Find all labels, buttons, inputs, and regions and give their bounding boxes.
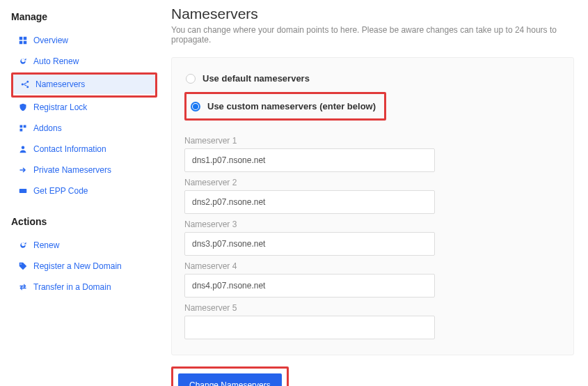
sidebar-item-renew[interactable]: Renew [11,236,157,255]
svg-rect-2 [19,41,23,45]
overview-icon [18,36,28,45]
shield-icon [18,102,28,112]
svg-rect-1 [24,37,27,40]
addon-icon [18,123,28,133]
sidebar: Manage Overview Auto Renew Nameservers R… [11,6,157,386]
arrow-right-icon [18,165,28,175]
sidebar-item-label: Get EPP Code [33,186,88,196]
sidebar-item-private-ns[interactable]: Private Nameservers [11,160,157,180]
sidebar-item-label: Register a New Domain [33,261,122,271]
tag-icon [18,261,28,271]
submit-row: Change Nameservers [171,366,574,386]
nameserver-panel: Use default nameservers Use custom names… [171,57,574,355]
radio-default-nameservers[interactable]: Use default nameservers [184,69,561,88]
ns4-label: Nameserver 4 [184,261,561,271]
sidebar-item-nameservers[interactable]: Nameservers [13,75,155,94]
ns5-input[interactable] [184,316,435,339]
svg-rect-0 [19,37,23,40]
sidebar-item-addons[interactable]: Addons [11,118,157,138]
sidebar-item-label: Addons [33,123,62,133]
sidebar-item-transfer-domain[interactable]: Transfer in a Domain [11,277,157,297]
sidebar-item-auto-renew[interactable]: Auto Renew [11,52,157,71]
ns1-label: Nameserver 1 [184,136,561,146]
main-content: Nameservers You can change where your do… [157,6,588,386]
sidebar-item-label: Nameservers [35,79,85,89]
svg-point-7 [22,146,25,150]
highlight-box-nameservers: Nameservers [11,72,157,98]
svg-point-9 [20,263,22,265]
highlight-box-submit: Change Nameservers [171,366,289,386]
share-icon [20,79,30,89]
sidebar-item-register-domain[interactable]: Register a New Domain [11,256,157,276]
user-icon [18,144,28,154]
sidebar-item-label: Transfer in a Domain [33,282,111,292]
sidebar-item-label: Renew [33,240,59,250]
transfer-icon [18,282,28,292]
sidebar-item-label: Overview [33,36,68,45]
ns2-label: Nameserver 2 [184,178,561,187]
highlight-box-custom-ns: Use custom nameservers (enter below) [184,92,386,121]
ns3-label: Nameserver 3 [184,219,561,229]
sidebar-item-epp-code[interactable]: Get EPP Code [11,181,157,201]
ticket-icon [18,186,28,196]
ns1-input[interactable] [184,148,435,172]
radio-custom-nameservers[interactable]: Use custom nameservers (enter below) [189,97,377,116]
radio-checked-icon [191,102,200,111]
refresh-icon [18,56,28,66]
radio-circle-icon [186,74,196,84]
change-nameservers-button[interactable]: Change Nameservers [178,373,282,386]
sidebar-section-manage: Manage [11,11,157,22]
radio-label: Use custom nameservers (enter below) [207,101,376,111]
nameserver-fields: Nameserver 1 Nameserver 2 Nameserver 3 N… [184,136,561,339]
page-title: Nameservers [171,6,574,22]
ns3-input[interactable] [184,232,435,256]
radio-label: Use default nameservers [202,73,310,84]
sidebar-item-contact-info[interactable]: Contact Information [11,139,157,159]
sidebar-item-label: Auto Renew [33,56,79,66]
svg-rect-4 [20,125,23,128]
svg-rect-3 [24,41,27,45]
sidebar-item-label: Contact Information [33,144,106,154]
svg-rect-8 [19,189,27,193]
sidebar-section-actions: Actions [11,216,157,227]
ns5-label: Nameserver 5 [184,303,561,313]
refresh-icon [18,240,28,250]
page-subtitle: You can change where your domain points … [171,25,574,45]
sidebar-item-label: Registrar Lock [33,102,87,112]
svg-rect-6 [20,129,23,132]
sidebar-item-overview[interactable]: Overview [11,31,157,50]
sidebar-item-label: Private Nameservers [33,165,111,175]
ns2-input[interactable] [184,190,435,214]
svg-rect-5 [24,125,26,128]
ns4-input[interactable] [184,274,435,298]
sidebar-item-registrar-lock[interactable]: Registrar Lock [11,98,157,117]
